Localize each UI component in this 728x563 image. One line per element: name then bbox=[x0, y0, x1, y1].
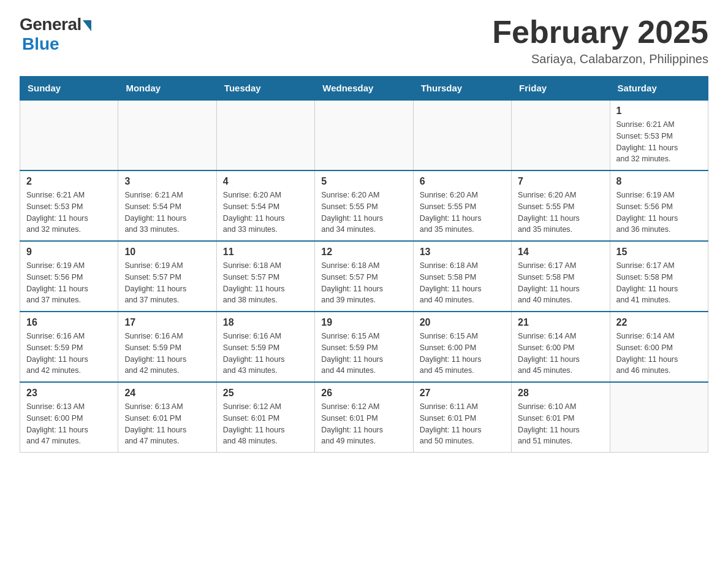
day-info: Sunrise: 6:21 AMSunset: 5:53 PMDaylight:… bbox=[26, 190, 112, 236]
calendar-cell: 11Sunrise: 6:18 AMSunset: 5:57 PMDayligh… bbox=[216, 241, 314, 312]
day-info: Sunrise: 6:15 AMSunset: 6:00 PMDaylight:… bbox=[420, 331, 505, 377]
page-header: General Blue February 2025 Sariaya, Cala… bbox=[20, 15, 708, 66]
header-monday: Monday bbox=[118, 77, 216, 101]
calendar-cell: 10Sunrise: 6:19 AMSunset: 5:57 PMDayligh… bbox=[118, 241, 216, 312]
day-info: Sunrise: 6:12 AMSunset: 6:01 PMDaylight:… bbox=[223, 401, 308, 447]
header-friday: Friday bbox=[512, 77, 610, 101]
calendar-cell: 15Sunrise: 6:17 AMSunset: 5:58 PMDayligh… bbox=[610, 241, 708, 312]
calendar-cell: 13Sunrise: 6:18 AMSunset: 5:58 PMDayligh… bbox=[413, 241, 511, 312]
logo: General Blue bbox=[20, 15, 91, 54]
day-info: Sunrise: 6:14 AMSunset: 6:00 PMDaylight:… bbox=[616, 331, 702, 377]
calendar-cell: 16Sunrise: 6:16 AMSunset: 5:59 PMDayligh… bbox=[20, 312, 118, 382]
calendar-cell bbox=[20, 100, 118, 170]
calendar-cell: 7Sunrise: 6:20 AMSunset: 5:55 PMDaylight… bbox=[512, 170, 610, 241]
calendar-cell: 19Sunrise: 6:15 AMSunset: 5:59 PMDayligh… bbox=[315, 312, 413, 382]
day-number: 6 bbox=[420, 176, 505, 187]
day-info: Sunrise: 6:21 AMSunset: 5:53 PMDaylight:… bbox=[616, 119, 702, 165]
day-number: 8 bbox=[616, 176, 702, 187]
calendar-cell: 20Sunrise: 6:15 AMSunset: 6:00 PMDayligh… bbox=[413, 312, 511, 382]
day-info: Sunrise: 6:19 AMSunset: 5:57 PMDaylight:… bbox=[124, 260, 210, 306]
calendar-cell bbox=[413, 100, 511, 170]
day-number: 16 bbox=[26, 317, 112, 328]
day-number: 3 bbox=[124, 176, 210, 187]
day-info: Sunrise: 6:10 AMSunset: 6:01 PMDaylight:… bbox=[518, 401, 603, 447]
title-section: February 2025 Sariaya, Calabarzon, Phili… bbox=[492, 15, 708, 66]
day-number: 23 bbox=[26, 388, 112, 399]
day-info: Sunrise: 6:16 AMSunset: 5:59 PMDaylight:… bbox=[223, 331, 308, 377]
calendar-cell: 3Sunrise: 6:21 AMSunset: 5:54 PMDaylight… bbox=[118, 170, 216, 241]
calendar-cell bbox=[216, 100, 314, 170]
day-info: Sunrise: 6:16 AMSunset: 5:59 PMDaylight:… bbox=[124, 331, 210, 377]
calendar-cell: 14Sunrise: 6:17 AMSunset: 5:58 PMDayligh… bbox=[512, 241, 610, 312]
header-thursday: Thursday bbox=[413, 77, 511, 101]
calendar-cell bbox=[610, 382, 708, 453]
logo-general-text: General bbox=[20, 15, 82, 34]
day-info: Sunrise: 6:20 AMSunset: 5:55 PMDaylight:… bbox=[420, 190, 505, 236]
calendar-cell: 1Sunrise: 6:21 AMSunset: 5:53 PMDaylight… bbox=[610, 100, 708, 170]
calendar-title: February 2025 bbox=[492, 15, 708, 50]
header-wednesday: Wednesday bbox=[315, 77, 413, 101]
day-number: 18 bbox=[223, 317, 308, 328]
calendar-header-row: SundayMondayTuesdayWednesdayThursdayFrid… bbox=[20, 77, 708, 101]
day-number: 27 bbox=[420, 388, 505, 399]
day-number: 25 bbox=[223, 388, 308, 399]
calendar-cell: 5Sunrise: 6:20 AMSunset: 5:55 PMDaylight… bbox=[315, 170, 413, 241]
calendar-cell: 4Sunrise: 6:20 AMSunset: 5:54 PMDaylight… bbox=[216, 170, 314, 241]
day-info: Sunrise: 6:21 AMSunset: 5:54 PMDaylight:… bbox=[124, 190, 210, 236]
day-number: 20 bbox=[420, 317, 505, 328]
day-number: 4 bbox=[223, 176, 308, 187]
calendar-cell: 9Sunrise: 6:19 AMSunset: 5:56 PMDaylight… bbox=[20, 241, 118, 312]
day-info: Sunrise: 6:19 AMSunset: 5:56 PMDaylight:… bbox=[616, 190, 702, 236]
day-info: Sunrise: 6:13 AMSunset: 6:00 PMDaylight:… bbox=[26, 401, 112, 447]
calendar-cell: 6Sunrise: 6:20 AMSunset: 5:55 PMDaylight… bbox=[413, 170, 511, 241]
day-info: Sunrise: 6:18 AMSunset: 5:58 PMDaylight:… bbox=[420, 260, 505, 306]
logo-arrow-icon bbox=[83, 20, 91, 31]
day-number: 26 bbox=[321, 388, 406, 399]
day-info: Sunrise: 6:17 AMSunset: 5:58 PMDaylight:… bbox=[518, 260, 603, 306]
header-saturday: Saturday bbox=[610, 77, 708, 101]
calendar-cell bbox=[512, 100, 610, 170]
day-number: 9 bbox=[26, 247, 112, 258]
day-info: Sunrise: 6:17 AMSunset: 5:58 PMDaylight:… bbox=[616, 260, 702, 306]
day-number: 14 bbox=[518, 247, 603, 258]
day-number: 7 bbox=[518, 176, 603, 187]
day-number: 24 bbox=[124, 388, 210, 399]
calendar-cell: 22Sunrise: 6:14 AMSunset: 6:00 PMDayligh… bbox=[610, 312, 708, 382]
day-info: Sunrise: 6:12 AMSunset: 6:01 PMDaylight:… bbox=[321, 401, 406, 447]
calendar-cell: 26Sunrise: 6:12 AMSunset: 6:01 PMDayligh… bbox=[315, 382, 413, 453]
day-number: 5 bbox=[321, 176, 406, 187]
calendar-cell: 21Sunrise: 6:14 AMSunset: 6:00 PMDayligh… bbox=[512, 312, 610, 382]
calendar-cell: 28Sunrise: 6:10 AMSunset: 6:01 PMDayligh… bbox=[512, 382, 610, 453]
day-info: Sunrise: 6:19 AMSunset: 5:56 PMDaylight:… bbox=[26, 260, 112, 306]
calendar-cell bbox=[118, 100, 216, 170]
day-number: 13 bbox=[420, 247, 505, 258]
day-info: Sunrise: 6:16 AMSunset: 5:59 PMDaylight:… bbox=[26, 331, 112, 377]
day-number: 12 bbox=[321, 247, 406, 258]
header-tuesday: Tuesday bbox=[216, 77, 314, 101]
calendar-cell: 12Sunrise: 6:18 AMSunset: 5:57 PMDayligh… bbox=[315, 241, 413, 312]
logo-blue-text: Blue bbox=[22, 34, 59, 54]
calendar-cell: 27Sunrise: 6:11 AMSunset: 6:01 PMDayligh… bbox=[413, 382, 511, 453]
day-number: 28 bbox=[518, 388, 603, 399]
calendar-subtitle: Sariaya, Calabarzon, Philippines bbox=[492, 52, 708, 66]
calendar-table: SundayMondayTuesdayWednesdayThursdayFrid… bbox=[20, 76, 708, 453]
calendar-cell: 24Sunrise: 6:13 AMSunset: 6:01 PMDayligh… bbox=[118, 382, 216, 453]
day-info: Sunrise: 6:20 AMSunset: 5:55 PMDaylight:… bbox=[518, 190, 603, 236]
day-number: 10 bbox=[124, 247, 210, 258]
header-sunday: Sunday bbox=[20, 77, 118, 101]
calendar-cell bbox=[315, 100, 413, 170]
day-number: 19 bbox=[321, 317, 406, 328]
week-row-4: 16Sunrise: 6:16 AMSunset: 5:59 PMDayligh… bbox=[20, 312, 708, 382]
week-row-2: 2Sunrise: 6:21 AMSunset: 5:53 PMDaylight… bbox=[20, 170, 708, 241]
day-info: Sunrise: 6:13 AMSunset: 6:01 PMDaylight:… bbox=[124, 401, 210, 447]
day-info: Sunrise: 6:20 AMSunset: 5:54 PMDaylight:… bbox=[223, 190, 308, 236]
calendar-cell: 25Sunrise: 6:12 AMSunset: 6:01 PMDayligh… bbox=[216, 382, 314, 453]
day-info: Sunrise: 6:18 AMSunset: 5:57 PMDaylight:… bbox=[223, 260, 308, 306]
calendar-cell: 23Sunrise: 6:13 AMSunset: 6:00 PMDayligh… bbox=[20, 382, 118, 453]
calendar-cell: 2Sunrise: 6:21 AMSunset: 5:53 PMDaylight… bbox=[20, 170, 118, 241]
day-number: 1 bbox=[616, 105, 702, 117]
day-info: Sunrise: 6:18 AMSunset: 5:57 PMDaylight:… bbox=[321, 260, 406, 306]
day-number: 17 bbox=[124, 317, 210, 328]
day-number: 21 bbox=[518, 317, 603, 328]
day-info: Sunrise: 6:15 AMSunset: 5:59 PMDaylight:… bbox=[321, 331, 406, 377]
